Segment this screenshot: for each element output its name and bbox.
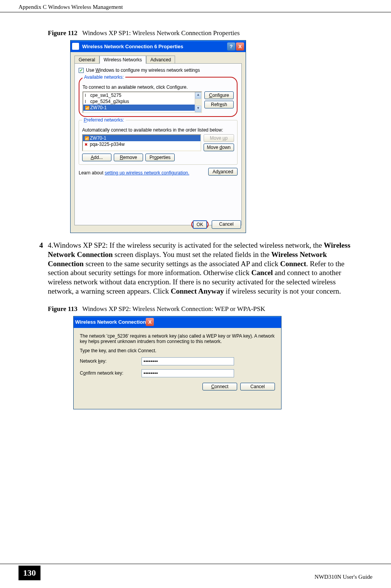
available-title: Available networks: <box>83 74 125 80</box>
close-icon[interactable]: X <box>146 318 154 326</box>
preferred-title: Preferred networks: <box>82 117 126 123</box>
titlebar: Wireless Network Connection X <box>74 316 281 328</box>
confirm-key-row: Confirm network key: <box>80 369 275 377</box>
figure-113-label: Figure 113 <box>48 305 78 313</box>
window-icon <box>72 43 79 50</box>
figure-112-label: Figure 112 <box>48 29 78 37</box>
network-icon: 📶 <box>84 136 88 140</box>
preferred-button-row: Add... Remove Properties <box>82 154 234 161</box>
step-4-paragraph: 44.Windows XP SP2: If the wireless secur… <box>48 241 356 296</box>
step-number: 4 <box>39 241 48 250</box>
network-icon: I <box>85 93 89 98</box>
advanced-button[interactable]: Advanced <box>208 168 238 176</box>
scroll-down-icon[interactable]: ▼ <box>195 106 201 112</box>
header-left: Appendix C Windows Wireless Management <box>19 4 123 10</box>
checkbox-label: Use Windows to configure my wireless net… <box>86 68 200 73</box>
figure-113-caption: Figure 113 Windows XP SP2: Wireless Netw… <box>48 305 356 313</box>
page-number: 130 <box>19 566 40 580</box>
figure-113-title: Windows XP SP2: Wireless Network Connect… <box>82 305 265 313</box>
page-footer: 130 NWD310N User's Guide <box>0 564 391 580</box>
list-item[interactable]: Icpe_5254_g2kplus <box>83 98 201 105</box>
screenshot-properties-dialog: Wireless Network Connection 6 Properties… <box>70 40 246 233</box>
refresh-button[interactable]: Refresh <box>204 101 234 108</box>
list-item[interactable]: 📶ZW70-1 <box>83 135 201 141</box>
dialog-desc-2: Type the key, and then click Connect. <box>80 348 275 353</box>
preferred-desc: Automatically connect to available netwo… <box>82 127 234 133</box>
available-listbox-row: Icpe_sw1_5275 Icpe_5254_g2kplus 📶ZW70-1 … <box>83 91 234 113</box>
content-area: Figure 112 Windows XP SP1: Wireless Netw… <box>0 12 391 409</box>
learn-text: Learn about setting up wireless network … <box>79 170 189 176</box>
add-button[interactable]: Add... <box>82 154 111 161</box>
ok-button[interactable]: OK <box>193 220 207 229</box>
move-down-button[interactable]: Move down <box>204 144 234 151</box>
dialog-buttons: OK Cancel <box>191 220 241 229</box>
cancel-button[interactable]: Cancel <box>240 383 275 390</box>
preferred-networks-group: Preferred networks: Automatically connec… <box>79 120 238 165</box>
configure-button[interactable]: Configure <box>204 91 234 99</box>
network-broken-icon: ✖ <box>84 142 88 147</box>
preferred-list[interactable]: 📶ZW70-1 ✖pqa-3225-p334w <box>82 134 201 151</box>
confirm-key-label: Confirm network key: <box>80 370 142 376</box>
tab-wireless-networks[interactable]: Wireless Networks <box>99 56 146 64</box>
title-buttons: ? X <box>227 42 244 51</box>
checkbox-icon[interactable]: ✓ <box>79 68 84 73</box>
available-networks-group: Available networks: To connect to an ava… <box>79 77 238 117</box>
network-icon: 📶 <box>85 106 89 110</box>
help-icon[interactable]: ? <box>227 42 235 51</box>
network-icon: I <box>85 100 89 104</box>
network-key-label: Network key: <box>80 358 142 364</box>
tab-panel: ✓ Use Windows to configure my wireless n… <box>74 63 242 225</box>
connect-button[interactable]: Connect <box>202 383 237 390</box>
ok-highlight: OK <box>191 220 209 229</box>
guide-name: NWD310N User's Guide <box>315 574 372 580</box>
available-list[interactable]: Icpe_sw1_5275 Icpe_5254_g2kplus 📶ZW70-1 … <box>83 91 202 113</box>
page-header: Appendix C Windows Wireless Management <box>0 0 391 12</box>
tab-advanced[interactable]: Advanced <box>146 56 175 64</box>
preferred-side-buttons: Move up Move down <box>204 134 234 151</box>
network-key-row: Network key: <box>80 357 275 365</box>
scroll-up-icon[interactable]: ▲ <box>195 92 201 99</box>
network-key-input[interactable] <box>142 357 234 365</box>
screenshot-connection-dialog: Wireless Network Connection X The networ… <box>73 316 281 409</box>
dialog-body: The network 'cpe_5236' requires a networ… <box>74 328 281 396</box>
available-desc: To connect to an available network, clic… <box>83 84 234 90</box>
list-item[interactable]: 📶ZW70-1 <box>83 105 201 111</box>
titlebar: Wireless Network Connection 6 Properties… <box>71 41 246 52</box>
window-title: Wireless Network Connection 6 Properties <box>81 44 227 49</box>
setup-link[interactable]: setting up wireless network configuratio… <box>104 170 189 176</box>
scrollbar[interactable]: ▲ ▼ <box>195 92 201 112</box>
close-icon[interactable]: X <box>236 42 244 51</box>
available-side-buttons: Configure Refresh <box>204 91 234 113</box>
move-up-button: Move up <box>204 134 234 142</box>
tabs: General Wireless Networks Advanced <box>71 52 246 63</box>
window-title: Wireless Network Connection <box>75 319 146 325</box>
dialog-buttons: Connect Cancel <box>80 383 275 390</box>
list-item[interactable]: ✖pqa-3225-p334w <box>83 141 201 147</box>
dialog-desc-1: The network 'cpe_5236' requires a networ… <box>80 333 275 344</box>
learn-row: Learn about setting up wireless network … <box>79 168 238 176</box>
properties-button[interactable]: Properties <box>145 154 175 161</box>
figure-112-caption: Figure 112 Windows XP SP1: Wireless Netw… <box>48 29 356 37</box>
cancel-button[interactable]: Cancel <box>212 220 241 229</box>
list-item[interactable]: Icpe_sw1_5275 <box>83 92 201 98</box>
figure-112-title: Windows XP SP1: Wireless Network Connect… <box>82 29 240 37</box>
confirm-key-input[interactable] <box>142 369 234 377</box>
use-windows-checkbox-row: ✓ Use Windows to configure my wireless n… <box>79 68 238 73</box>
remove-button[interactable]: Remove <box>114 154 143 161</box>
tab-general[interactable]: General <box>74 56 99 64</box>
preferred-listbox-row: 📶ZW70-1 ✖pqa-3225-p334w Move up Move dow… <box>82 134 234 151</box>
